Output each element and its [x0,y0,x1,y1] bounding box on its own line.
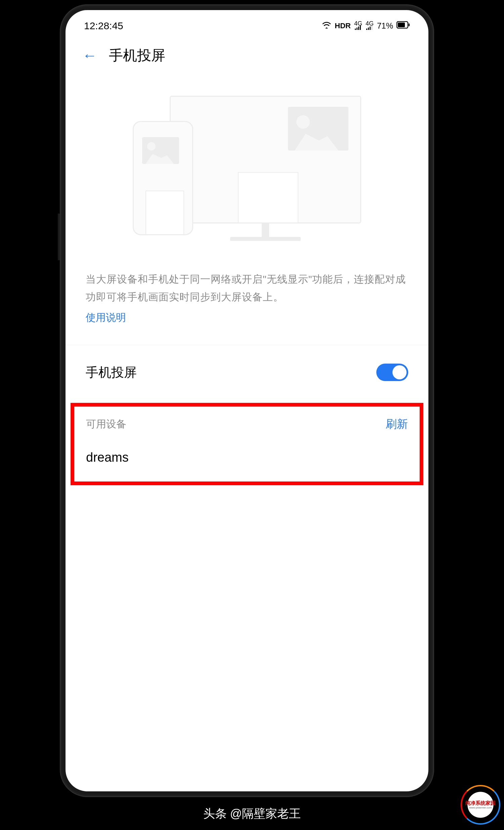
description-text: 当大屏设备和手机处于同一网络或开启"无线显示"功能后，连接配对成功即可将手机画面… [86,270,408,306]
cast-toggle-row: 手机投屏 [86,345,408,398]
device-section-header: 可用设备 刷新 [86,417,408,432]
watermark-text: 纯净系统家园 [465,800,496,806]
svg-rect-3 [360,26,361,30]
battery-percent: 71% [377,21,393,31]
cast-illustration [86,86,408,237]
svg-rect-9 [398,23,405,27]
nav-bar: ← 手机投屏 [65,35,429,75]
help-link[interactable]: 使用说明 [86,311,408,325]
svg-rect-5 [368,28,369,30]
status-bar: 12:28:45 HDR 4G 4G 71% [65,10,429,35]
phone-frame: 12:28:45 HDR 4G 4G 71% [61,5,434,796]
footer-caption: 头条 @隔壁家老王 [0,806,504,822]
signal-1: 4G [354,22,362,30]
refresh-button[interactable]: 刷新 [386,417,408,432]
hd-label: HDR [335,22,351,30]
battery-icon [397,21,410,31]
device-item[interactable]: dreams [86,450,408,465]
back-arrow-icon[interactable]: ← [82,47,97,64]
svg-rect-10 [409,24,410,26]
svg-rect-7 [371,26,372,30]
phone-graphic [133,121,193,235]
available-devices-highlight: 可用设备 刷新 dreams [70,403,423,485]
status-time: 12:28:45 [84,20,123,32]
watermark-url: www.yidarmer.com [469,806,492,809]
phone-screen: 12:28:45 HDR 4G 4G 71% [65,10,429,791]
cast-toggle-label: 手机投屏 [86,364,137,381]
cast-toggle-switch[interactable] [376,363,408,381]
status-icons: HDR 4G 4G 71% [322,21,410,31]
toggle-knob [392,365,407,379]
svg-rect-1 [356,28,357,30]
svg-rect-6 [370,27,371,30]
svg-rect-2 [358,27,359,30]
page-title: 手机投屏 [109,46,165,65]
watermark-badge: 纯净系统家园 www.yidarmer.com [460,785,501,825]
wifi-icon [322,21,331,31]
available-devices-label: 可用设备 [86,417,126,431]
tv-graphic [170,96,361,223]
svg-rect-4 [366,29,367,30]
signal-2: 4G [366,22,374,30]
content-area: 当大屏设备和手机处于同一网络或开启"无线显示"功能后，连接配对成功即可将手机画面… [65,75,429,485]
svg-rect-0 [355,29,356,30]
